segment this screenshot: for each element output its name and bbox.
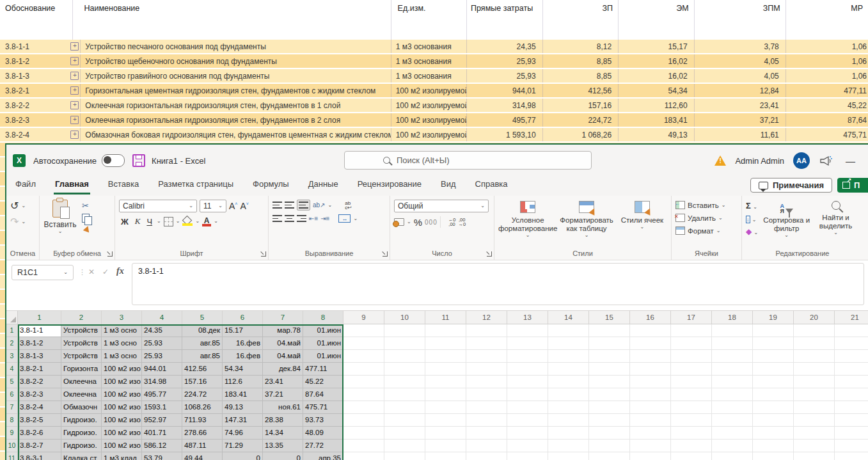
format-painter-icon[interactable] [83, 225, 91, 233]
cell-empty[interactable] [466, 452, 507, 460]
cell-empty[interactable] [548, 337, 589, 350]
cell-empty[interactable] [425, 440, 466, 452]
cell[interactable]: 100 м2 изо [102, 414, 142, 427]
cell[interactable]: 25.93 [142, 337, 182, 350]
bg-table-row[interactable]: 3.8-2-4+Обмазочная боковая гидроизоляция… [0, 128, 868, 141]
cell-empty[interactable] [712, 388, 753, 401]
cell-empty[interactable] [425, 350, 466, 363]
autosum-button[interactable]: Σ ⌄ [746, 201, 758, 210]
cell-empty[interactable] [589, 427, 630, 440]
cell-empty[interactable] [835, 363, 868, 376]
name-box[interactable]: R1C1 ⌄ [12, 265, 74, 280]
comma-style-button[interactable]: 000 [425, 219, 438, 226]
cell-empty[interactable] [712, 440, 753, 452]
cell[interactable]: 314.98 [142, 376, 182, 388]
number-format-select[interactable]: Общий⌄ [394, 200, 489, 212]
accounting-format-icon[interactable] [394, 218, 404, 226]
cell-empty[interactable] [384, 452, 425, 460]
cell[interactable]: 477.11 [303, 363, 343, 376]
cell[interactable]: Устройств [61, 350, 102, 363]
cell[interactable]: 100 м2 изо [102, 440, 142, 452]
row-header-10[interactable]: 10 [6, 440, 18, 452]
cell-empty[interactable] [589, 401, 630, 414]
font-color-icon[interactable]: А [202, 216, 211, 226]
expand-plus-icon[interactable]: + [70, 86, 79, 95]
cell-empty[interactable] [548, 427, 589, 440]
cell[interactable]: авг.85 [182, 337, 223, 350]
cell-empty[interactable] [712, 427, 753, 440]
cell-empty[interactable] [589, 376, 630, 388]
cell-empty[interactable] [630, 414, 671, 427]
column-header-8[interactable]: 8 [303, 311, 343, 324]
column-header-16[interactable]: 16 [630, 311, 671, 324]
cell-empty[interactable] [466, 440, 507, 452]
autosave-toggle[interactable] [102, 154, 125, 167]
cell-empty[interactable] [630, 350, 671, 363]
cell-empty[interactable] [589, 440, 630, 452]
cell-empty[interactable] [507, 324, 548, 337]
cell-empty[interactable] [384, 376, 425, 388]
column-header-10[interactable]: 10 [384, 311, 425, 324]
undo-icon[interactable]: ↺ [10, 200, 19, 212]
cell[interactable]: 13.35 [263, 440, 303, 452]
cell[interactable]: 1 м3 осно [102, 337, 142, 350]
bg-table-row[interactable]: 3.8-1-1+Устройство песчаного основания п… [0, 40, 868, 53]
cell-empty[interactable] [794, 350, 835, 363]
column-header-15[interactable]: 15 [589, 311, 630, 324]
format-cells-button[interactable]: Формат ⌄ [675, 226, 739, 235]
cell-empty[interactable] [425, 337, 466, 350]
column-header-1[interactable]: 1 [18, 311, 61, 324]
cell[interactable]: 16.фев [223, 337, 263, 350]
column-header-20[interactable]: 20 [794, 311, 835, 324]
ribbon-tab-справка[interactable]: Справка [474, 177, 509, 194]
redo-icon[interactable]: ↷ [10, 216, 19, 228]
column-header-21[interactable]: 21 [835, 311, 868, 324]
search-input[interactable]: Поиск (Alt+Ы) [344, 151, 592, 170]
cell-empty[interactable] [425, 401, 466, 414]
cell[interactable]: 14.34 [263, 427, 303, 440]
cell-empty[interactable] [630, 440, 671, 452]
cell-empty[interactable] [425, 376, 466, 388]
column-header-7[interactable]: 7 [263, 311, 303, 324]
cell-empty[interactable] [671, 401, 712, 414]
cell-empty[interactable] [466, 324, 507, 337]
cell[interactable]: 1 м3 осно [102, 350, 142, 363]
expand-plus-icon[interactable]: + [70, 72, 79, 80]
align-right-icon[interactable] [297, 215, 306, 222]
row-header-7[interactable]: 7 [6, 401, 18, 414]
formula-input[interactable]: 3.8-1-1 [132, 263, 864, 305]
cell-empty[interactable] [589, 452, 630, 460]
cell[interactable]: 3.8-2-6 [18, 427, 61, 440]
cell[interactable]: Устройств [61, 324, 102, 337]
cell-empty[interactable] [425, 324, 466, 337]
column-header-12[interactable]: 12 [466, 311, 507, 324]
cell-empty[interactable] [343, 337, 384, 350]
cell-empty[interactable] [466, 401, 507, 414]
cell-empty[interactable] [548, 376, 589, 388]
cell[interactable]: дек.84 [263, 363, 303, 376]
save-icon[interactable] [132, 154, 145, 167]
cell[interactable]: 3.8-1-1 [18, 324, 61, 337]
cell[interactable]: 04.май [263, 337, 303, 350]
chevron-down-icon[interactable]: ⌄ [195, 219, 200, 224]
row-header-2[interactable]: 2 [6, 337, 18, 350]
cell-empty[interactable] [671, 414, 712, 427]
dialog-launcher-icon[interactable] [383, 251, 388, 257]
cell-empty[interactable] [671, 440, 712, 452]
cell-empty[interactable] [589, 414, 630, 427]
column-header-17[interactable]: 17 [671, 311, 712, 324]
chevron-down-icon[interactable]: ⌄ [176, 219, 180, 224]
cell-empty[interactable] [671, 337, 712, 350]
cell-empty[interactable] [630, 363, 671, 376]
chevron-down-icon[interactable]: ⌄ [214, 219, 218, 224]
chevron-down-icon[interactable]: ⌄ [21, 203, 26, 209]
cell-empty[interactable] [671, 452, 712, 460]
row-header-4[interactable]: 4 [6, 363, 18, 376]
cell-empty[interactable] [794, 376, 835, 388]
cell[interactable]: 183.41 [223, 388, 263, 401]
cell[interactable]: 16.фев [223, 350, 263, 363]
expand-plus-icon[interactable]: + [70, 101, 79, 109]
cell[interactable]: 3.8-2-3 [18, 388, 61, 401]
cell-empty[interactable] [425, 388, 466, 401]
ribbon-tab-формулы[interactable]: Формулы [251, 177, 290, 194]
